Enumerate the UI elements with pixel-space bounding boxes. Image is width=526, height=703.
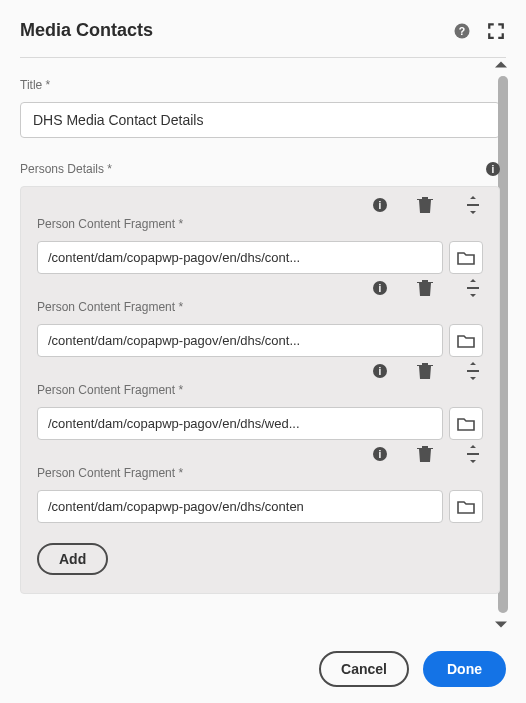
persons-multifield: i Person Content Fragment * i: [20, 186, 500, 594]
trash-icon[interactable]: [415, 444, 435, 464]
dialog-title: Media Contacts: [20, 20, 153, 41]
fragment-label: Person Content Fragment *: [37, 217, 483, 231]
folder-icon[interactable]: [449, 324, 483, 357]
info-icon[interactable]: i: [373, 198, 387, 212]
fragment-label: Person Content Fragment *: [37, 300, 483, 314]
info-icon[interactable]: i: [373, 447, 387, 461]
persons-details-group: Persons Details * i i Person Content Fra…: [20, 162, 500, 594]
title-input[interactable]: [20, 102, 500, 138]
dialog-body: Title * Persons Details * i i Person Con…: [20, 60, 506, 629]
fragment-path-input[interactable]: [37, 490, 443, 523]
multifield-item: i Person Content Fragment *: [37, 363, 483, 440]
fragment-path-input[interactable]: [37, 241, 443, 274]
folder-icon[interactable]: [449, 490, 483, 523]
multifield-item: i Person Content Fragment *: [37, 446, 483, 523]
svg-text:?: ?: [459, 24, 465, 36]
fragment-label: Person Content Fragment *: [37, 466, 483, 480]
trash-icon[interactable]: [415, 361, 435, 381]
reorder-icon[interactable]: [463, 195, 483, 215]
done-button[interactable]: Done: [423, 651, 506, 687]
info-icon[interactable]: i: [486, 162, 500, 176]
folder-icon[interactable]: [449, 241, 483, 274]
help-icon[interactable]: ?: [452, 21, 472, 41]
folder-icon[interactable]: [449, 407, 483, 440]
trash-icon[interactable]: [415, 195, 435, 215]
fragment-label: Person Content Fragment *: [37, 383, 483, 397]
form-scroll: Title * Persons Details * i i Person Con…: [20, 60, 506, 629]
dialog-header: Media Contacts ?: [20, 20, 506, 58]
cancel-button[interactable]: Cancel: [319, 651, 409, 687]
reorder-icon[interactable]: [463, 278, 483, 298]
multifield-item: i Person Content Fragment *: [37, 197, 483, 274]
dialog-footer: Cancel Done: [20, 629, 506, 687]
fragment-path-input[interactable]: [37, 407, 443, 440]
header-actions: ?: [452, 21, 506, 41]
reorder-icon[interactable]: [463, 444, 483, 464]
fullscreen-icon[interactable]: [486, 21, 506, 41]
add-button[interactable]: Add: [37, 543, 108, 575]
info-icon[interactable]: i: [373, 281, 387, 295]
info-icon[interactable]: i: [373, 364, 387, 378]
reorder-icon[interactable]: [463, 361, 483, 381]
fragment-path-input[interactable]: [37, 324, 443, 357]
media-contacts-dialog: Media Contacts ? Title * Persons Details…: [0, 0, 526, 703]
scroll-up-icon[interactable]: [492, 56, 510, 74]
trash-icon[interactable]: [415, 278, 435, 298]
persons-details-label: Persons Details *: [20, 162, 112, 176]
scroll-down-icon[interactable]: [492, 615, 510, 633]
title-label: Title *: [20, 78, 500, 92]
multifield-item: i Person Content Fragment *: [37, 280, 483, 357]
